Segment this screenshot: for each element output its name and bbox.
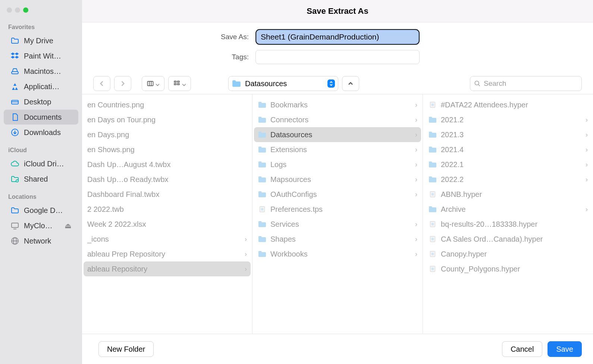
view-columns-button[interactable]: ⌵ xyxy=(142,76,164,91)
file-item[interactable]: Services› xyxy=(254,217,421,232)
sidebar-item-label: Google D… xyxy=(24,206,63,215)
chevron-right-icon: › xyxy=(586,146,588,154)
save-as-input[interactable] xyxy=(255,29,420,45)
dialog-title: Save Extract As xyxy=(307,6,368,16)
new-folder-button[interactable]: New Folder xyxy=(98,341,154,357)
file-item[interactable]: Dash Up…o Ready.twbx xyxy=(84,172,251,187)
file-item[interactable]: Canopy.hyper xyxy=(424,247,592,261)
tags-input[interactable] xyxy=(255,50,420,64)
file-item[interactable]: en Days.png xyxy=(84,127,251,142)
file-item[interactable]: en Days on Tour.png xyxy=(84,112,251,127)
file-item[interactable]: 2021.2› xyxy=(424,112,592,127)
file-item[interactable]: Workbooks› xyxy=(254,247,421,261)
chevron-right-icon: › xyxy=(586,205,588,213)
desktop-icon xyxy=(10,97,19,106)
sidebar-item-documents[interactable]: Documents xyxy=(4,110,78,125)
sidebar-item-my-cloud[interactable]: MyClo…⏏ xyxy=(4,218,78,233)
minimize-window-button[interactable] xyxy=(15,7,20,13)
sidebar-item-my-drive[interactable]: My Drive xyxy=(4,33,78,48)
file-item[interactable]: Logs› xyxy=(254,157,421,172)
file-item[interactable]: Mapsources› xyxy=(254,172,421,187)
file-item[interactable]: Preferences.tps xyxy=(254,202,421,217)
file-item[interactable]: ableau Repository› xyxy=(84,261,251,276)
file-name: Connectors xyxy=(270,116,411,124)
group-by-button[interactable]: ⌵ xyxy=(168,76,191,91)
chevron-right-icon: › xyxy=(415,131,417,139)
file-item[interactable]: Archive› xyxy=(424,202,592,217)
svg-point-5 xyxy=(16,180,18,182)
file-name: Datasources xyxy=(270,131,411,139)
sidebar-section-label: Favorites xyxy=(0,17,82,33)
file-item[interactable]: Dashboard Final.twbx xyxy=(84,187,251,202)
file-name: Bookmarks xyxy=(270,101,411,109)
folder-icon xyxy=(10,36,19,45)
svg-point-31 xyxy=(432,253,434,255)
file-name: Dash Up…August 4.twbx xyxy=(87,160,247,169)
sidebar-item-macintosh-hd[interactable]: Macintos… xyxy=(4,64,78,79)
search-field[interactable]: Search xyxy=(470,76,582,91)
file-item[interactable]: bq-results-20…183338.hyper xyxy=(424,217,592,232)
nav-forward-button[interactable] xyxy=(114,76,131,91)
file-item[interactable]: #DATA22 Attendees.hyper xyxy=(424,97,592,112)
file-item[interactable]: 2022.1› xyxy=(424,157,592,172)
cancel-button[interactable]: Cancel xyxy=(502,341,542,357)
sidebar: FavoritesMy DrivePaint Wit…Macintos…Appl… xyxy=(0,0,82,364)
file-item[interactable]: Bookmarks› xyxy=(254,97,421,112)
collapse-location-button[interactable] xyxy=(342,76,359,91)
sidebar-item-icloud-drive[interactable]: iCloud Dri… xyxy=(4,156,78,171)
file-item[interactable]: 2021.4› xyxy=(424,142,592,157)
svg-rect-17 xyxy=(178,84,179,85)
file-item[interactable]: Week 2 2022.xlsx xyxy=(84,217,251,232)
sidebar-item-applications[interactable]: Applicati… xyxy=(4,79,78,94)
globe-icon xyxy=(10,236,19,245)
sidebar-item-google-drive[interactable]: Google D… xyxy=(4,203,78,218)
file-item[interactable]: _icons› xyxy=(84,232,251,247)
file-item[interactable]: Dash Up…August 4.twbx xyxy=(84,157,251,172)
svg-point-18 xyxy=(475,81,479,85)
file-item[interactable]: ABNB.hyper xyxy=(424,187,592,202)
file-name: Archive xyxy=(441,205,582,214)
file-item[interactable]: CA Sales Ord…Canada).hyper xyxy=(424,232,592,247)
svg-point-33 xyxy=(432,268,434,270)
nav-back-button[interactable] xyxy=(93,76,110,91)
file-item[interactable]: OAuthConfigs› xyxy=(254,187,421,202)
eject-icon[interactable]: ⏏ xyxy=(65,221,72,230)
file-name: Workbooks xyxy=(270,250,411,258)
chevron-right-icon: › xyxy=(415,250,417,258)
file-item[interactable]: Extensions› xyxy=(254,142,421,157)
sidebar-item-label: MyClo… xyxy=(24,222,53,230)
file-item[interactable]: Shapes› xyxy=(254,232,421,247)
sidebar-item-downloads[interactable]: Downloads xyxy=(4,125,78,140)
file-item[interactable]: 2 2022.twb xyxy=(84,202,251,217)
chevron-right-icon: › xyxy=(245,235,247,243)
file-item[interactable]: Connectors› xyxy=(254,112,421,127)
file-name: Dashboard Final.twbx xyxy=(87,190,247,199)
file-name: ABNB.hyper xyxy=(441,190,588,199)
sidebar-item-paint-with[interactable]: Paint Wit… xyxy=(4,48,78,63)
chevron-right-icon: › xyxy=(415,101,417,109)
save-button[interactable]: Save xyxy=(547,341,582,357)
sidebar-item-network[interactable]: Network xyxy=(4,233,78,248)
sidebar-item-label: Downloads xyxy=(24,128,61,137)
sidebar-item-desktop[interactable]: Desktop xyxy=(4,94,78,109)
file-item[interactable]: County_Polygons.hyper xyxy=(424,261,592,276)
doc-icon xyxy=(10,113,19,122)
sidebar-item-label: Desktop xyxy=(24,98,51,106)
file-item[interactable]: Datasources› xyxy=(254,127,421,142)
zoom-window-button[interactable] xyxy=(23,7,28,13)
sidebar-item-shared[interactable]: Shared xyxy=(4,172,78,186)
location-updown-icon xyxy=(327,79,335,88)
titlebar: Save Extract As xyxy=(82,0,593,22)
location-dropdown[interactable]: Datasources xyxy=(228,76,338,91)
file-item[interactable]: 2021.3› xyxy=(424,127,592,142)
chevron-right-icon: › xyxy=(415,146,417,154)
chevron-right-icon: › xyxy=(415,191,417,198)
file-item[interactable]: en Countries.png xyxy=(84,97,251,112)
file-item[interactable]: 2022.2› xyxy=(424,172,592,187)
svg-rect-15 xyxy=(178,81,179,82)
file-item[interactable]: ableau Prep Repository› xyxy=(84,247,251,261)
svg-point-25 xyxy=(432,193,434,196)
file-item[interactable]: en Shows.png xyxy=(84,142,251,157)
tags-label: Tags: xyxy=(129,53,249,61)
close-window-button[interactable] xyxy=(7,7,12,13)
